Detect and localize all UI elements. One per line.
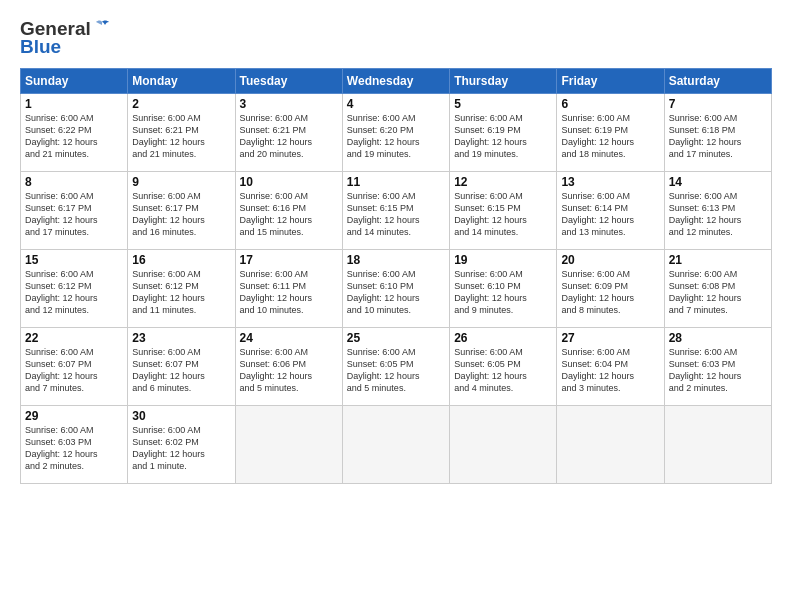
day-info: Sunrise: 6:00 AM Sunset: 6:18 PM Dayligh…: [669, 112, 767, 161]
day-number: 27: [561, 331, 659, 345]
col-wednesday: Wednesday: [342, 69, 449, 94]
day-info: Sunrise: 6:00 AM Sunset: 6:10 PM Dayligh…: [454, 268, 552, 317]
table-row: [557, 406, 664, 484]
table-row: 5Sunrise: 6:00 AM Sunset: 6:19 PM Daylig…: [450, 94, 557, 172]
table-row: 11Sunrise: 6:00 AM Sunset: 6:15 PM Dayli…: [342, 172, 449, 250]
table-row: 14Sunrise: 6:00 AM Sunset: 6:13 PM Dayli…: [664, 172, 771, 250]
table-row: 18Sunrise: 6:00 AM Sunset: 6:10 PM Dayli…: [342, 250, 449, 328]
day-info: Sunrise: 6:00 AM Sunset: 6:21 PM Dayligh…: [132, 112, 230, 161]
day-number: 3: [240, 97, 338, 111]
day-info: Sunrise: 6:00 AM Sunset: 6:16 PM Dayligh…: [240, 190, 338, 239]
day-info: Sunrise: 6:00 AM Sunset: 6:12 PM Dayligh…: [132, 268, 230, 317]
header: General Blue: [20, 18, 772, 58]
day-info: Sunrise: 6:00 AM Sunset: 6:03 PM Dayligh…: [669, 346, 767, 395]
table-row: 16Sunrise: 6:00 AM Sunset: 6:12 PM Dayli…: [128, 250, 235, 328]
day-number: 4: [347, 97, 445, 111]
day-info: Sunrise: 6:00 AM Sunset: 6:17 PM Dayligh…: [25, 190, 123, 239]
day-number: 6: [561, 97, 659, 111]
day-info: Sunrise: 6:00 AM Sunset: 6:07 PM Dayligh…: [132, 346, 230, 395]
calendar-header-row: Sunday Monday Tuesday Wednesday Thursday…: [21, 69, 772, 94]
table-row: [342, 406, 449, 484]
day-number: 15: [25, 253, 123, 267]
day-info: Sunrise: 6:00 AM Sunset: 6:11 PM Dayligh…: [240, 268, 338, 317]
day-number: 5: [454, 97, 552, 111]
table-row: 30Sunrise: 6:00 AM Sunset: 6:02 PM Dayli…: [128, 406, 235, 484]
day-info: Sunrise: 6:00 AM Sunset: 6:14 PM Dayligh…: [561, 190, 659, 239]
table-row: 15Sunrise: 6:00 AM Sunset: 6:12 PM Dayli…: [21, 250, 128, 328]
calendar-week-row: 29Sunrise: 6:00 AM Sunset: 6:03 PM Dayli…: [21, 406, 772, 484]
day-number: 2: [132, 97, 230, 111]
table-row: 29Sunrise: 6:00 AM Sunset: 6:03 PM Dayli…: [21, 406, 128, 484]
day-info: Sunrise: 6:00 AM Sunset: 6:15 PM Dayligh…: [347, 190, 445, 239]
calendar-week-row: 1Sunrise: 6:00 AM Sunset: 6:22 PM Daylig…: [21, 94, 772, 172]
day-number: 25: [347, 331, 445, 345]
day-number: 19: [454, 253, 552, 267]
table-row: 28Sunrise: 6:00 AM Sunset: 6:03 PM Dayli…: [664, 328, 771, 406]
day-number: 21: [669, 253, 767, 267]
day-number: 23: [132, 331, 230, 345]
day-number: 17: [240, 253, 338, 267]
day-info: Sunrise: 6:00 AM Sunset: 6:17 PM Dayligh…: [132, 190, 230, 239]
table-row: 12Sunrise: 6:00 AM Sunset: 6:15 PM Dayli…: [450, 172, 557, 250]
table-row: 1Sunrise: 6:00 AM Sunset: 6:22 PM Daylig…: [21, 94, 128, 172]
day-info: Sunrise: 6:00 AM Sunset: 6:19 PM Dayligh…: [454, 112, 552, 161]
col-monday: Monday: [128, 69, 235, 94]
day-info: Sunrise: 6:00 AM Sunset: 6:07 PM Dayligh…: [25, 346, 123, 395]
day-number: 8: [25, 175, 123, 189]
logo: General Blue: [20, 18, 111, 58]
table-row: 20Sunrise: 6:00 AM Sunset: 6:09 PM Dayli…: [557, 250, 664, 328]
day-info: Sunrise: 6:00 AM Sunset: 6:04 PM Dayligh…: [561, 346, 659, 395]
table-row: 10Sunrise: 6:00 AM Sunset: 6:16 PM Dayli…: [235, 172, 342, 250]
table-row: 21Sunrise: 6:00 AM Sunset: 6:08 PM Dayli…: [664, 250, 771, 328]
table-row: 8Sunrise: 6:00 AM Sunset: 6:17 PM Daylig…: [21, 172, 128, 250]
logo-bird-icon: [93, 20, 111, 34]
day-number: 1: [25, 97, 123, 111]
table-row: 9Sunrise: 6:00 AM Sunset: 6:17 PM Daylig…: [128, 172, 235, 250]
page: General Blue Sunday Monday Tuesday Wedne…: [0, 0, 792, 612]
day-number: 13: [561, 175, 659, 189]
col-tuesday: Tuesday: [235, 69, 342, 94]
day-number: 14: [669, 175, 767, 189]
day-info: Sunrise: 6:00 AM Sunset: 6:05 PM Dayligh…: [347, 346, 445, 395]
day-info: Sunrise: 6:00 AM Sunset: 6:22 PM Dayligh…: [25, 112, 123, 161]
table-row: 26Sunrise: 6:00 AM Sunset: 6:05 PM Dayli…: [450, 328, 557, 406]
table-row: 17Sunrise: 6:00 AM Sunset: 6:11 PM Dayli…: [235, 250, 342, 328]
day-info: Sunrise: 6:00 AM Sunset: 6:20 PM Dayligh…: [347, 112, 445, 161]
day-info: Sunrise: 6:00 AM Sunset: 6:06 PM Dayligh…: [240, 346, 338, 395]
table-row: [235, 406, 342, 484]
day-number: 28: [669, 331, 767, 345]
col-saturday: Saturday: [664, 69, 771, 94]
day-number: 11: [347, 175, 445, 189]
calendar-week-row: 15Sunrise: 6:00 AM Sunset: 6:12 PM Dayli…: [21, 250, 772, 328]
day-number: 30: [132, 409, 230, 423]
table-row: 6Sunrise: 6:00 AM Sunset: 6:19 PM Daylig…: [557, 94, 664, 172]
table-row: 25Sunrise: 6:00 AM Sunset: 6:05 PM Dayli…: [342, 328, 449, 406]
col-thursday: Thursday: [450, 69, 557, 94]
calendar-week-row: 8Sunrise: 6:00 AM Sunset: 6:17 PM Daylig…: [21, 172, 772, 250]
day-info: Sunrise: 6:00 AM Sunset: 6:15 PM Dayligh…: [454, 190, 552, 239]
calendar-week-row: 22Sunrise: 6:00 AM Sunset: 6:07 PM Dayli…: [21, 328, 772, 406]
table-row: 22Sunrise: 6:00 AM Sunset: 6:07 PM Dayli…: [21, 328, 128, 406]
table-row: 2Sunrise: 6:00 AM Sunset: 6:21 PM Daylig…: [128, 94, 235, 172]
calendar-table: Sunday Monday Tuesday Wednesday Thursday…: [20, 68, 772, 484]
day-info: Sunrise: 6:00 AM Sunset: 6:02 PM Dayligh…: [132, 424, 230, 473]
day-info: Sunrise: 6:00 AM Sunset: 6:05 PM Dayligh…: [454, 346, 552, 395]
day-number: 22: [25, 331, 123, 345]
day-info: Sunrise: 6:00 AM Sunset: 6:13 PM Dayligh…: [669, 190, 767, 239]
day-number: 24: [240, 331, 338, 345]
day-info: Sunrise: 6:00 AM Sunset: 6:19 PM Dayligh…: [561, 112, 659, 161]
day-info: Sunrise: 6:00 AM Sunset: 6:10 PM Dayligh…: [347, 268, 445, 317]
day-number: 10: [240, 175, 338, 189]
day-info: Sunrise: 6:00 AM Sunset: 6:21 PM Dayligh…: [240, 112, 338, 161]
table-row: [664, 406, 771, 484]
day-number: 7: [669, 97, 767, 111]
table-row: 7Sunrise: 6:00 AM Sunset: 6:18 PM Daylig…: [664, 94, 771, 172]
day-number: 18: [347, 253, 445, 267]
day-info: Sunrise: 6:00 AM Sunset: 6:09 PM Dayligh…: [561, 268, 659, 317]
day-number: 9: [132, 175, 230, 189]
table-row: 4Sunrise: 6:00 AM Sunset: 6:20 PM Daylig…: [342, 94, 449, 172]
day-info: Sunrise: 6:00 AM Sunset: 6:08 PM Dayligh…: [669, 268, 767, 317]
table-row: 27Sunrise: 6:00 AM Sunset: 6:04 PM Dayli…: [557, 328, 664, 406]
table-row: 19Sunrise: 6:00 AM Sunset: 6:10 PM Dayli…: [450, 250, 557, 328]
col-sunday: Sunday: [21, 69, 128, 94]
